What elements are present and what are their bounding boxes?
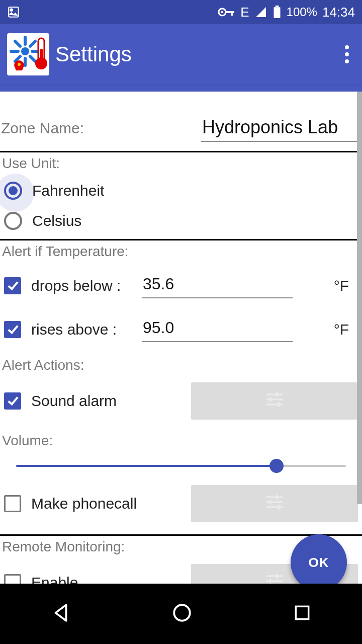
rises-above-input[interactable] — [142, 316, 293, 342]
zone-name-label: Zone Name: — [1, 120, 84, 137]
battery-icon — [273, 6, 282, 19]
unit-celsius-option[interactable]: Celsius — [1, 206, 361, 236]
svg-line-13 — [15, 41, 20, 46]
svg-rect-22 — [266, 398, 283, 400]
rises-above-label: rises above : — [31, 321, 137, 338]
svg-rect-5 — [231, 11, 233, 16]
volume-slider[interactable] — [16, 457, 346, 475]
unit-celsius-label: Celsius — [32, 212, 81, 229]
svg-rect-41 — [296, 606, 309, 619]
svg-rect-34 — [266, 580, 283, 582]
svg-rect-7 — [275, 6, 279, 7]
vpn-key-icon — [218, 6, 235, 18]
phonecall-checkbox[interactable] — [4, 495, 21, 512]
svg-rect-25 — [269, 397, 271, 402]
svg-line-15 — [30, 41, 35, 46]
svg-rect-36 — [276, 574, 278, 579]
phonecall-label: Make phonecall — [31, 495, 157, 512]
android-nav-bar — [0, 584, 362, 644]
alert-actions-label: Alert Actions: — [1, 355, 361, 377]
svg-point-1 — [11, 9, 13, 11]
svg-line-14 — [30, 56, 35, 61]
svg-rect-31 — [269, 500, 271, 505]
rises-above-row: rises above : °F — [1, 307, 361, 351]
slider-fill — [16, 465, 277, 467]
remote-enable-checkbox[interactable] — [4, 574, 21, 584]
svg-rect-38 — [278, 584, 280, 584]
svg-rect-28 — [266, 501, 283, 503]
signal-icon — [254, 6, 267, 18]
svg-rect-29 — [266, 506, 283, 508]
volume-label: Volume: — [1, 429, 361, 453]
tune-icon — [264, 571, 285, 584]
scrollbar[interactable] — [357, 92, 362, 504]
zone-name-row: Zone Name: — [0, 92, 362, 151]
unit-fahrenheit-label: Fahrenheit — [32, 182, 104, 199]
network-type-label: E — [240, 5, 249, 20]
rises-above-checkbox[interactable] — [4, 321, 21, 338]
recents-button[interactable] — [273, 593, 332, 634]
svg-rect-30 — [276, 495, 278, 500]
drops-below-unit: °F — [334, 277, 358, 294]
svg-point-20 — [18, 63, 21, 66]
page-title: Settings — [55, 42, 132, 66]
svg-rect-19 — [40, 49, 43, 62]
tune-icon — [264, 492, 285, 516]
drops-below-label: drops below : — [31, 277, 137, 294]
svg-point-3 — [221, 11, 223, 13]
alert-temp-label: Alert if Temperature: — [1, 242, 361, 264]
svg-point-40 — [174, 605, 190, 621]
unit-section: Use Unit: Fahrenheit Celsius — [0, 151, 362, 239]
phonecall-settings-button[interactable] — [191, 485, 358, 522]
svg-point-8 — [21, 47, 29, 55]
more-vert-icon — [345, 52, 349, 56]
settings-content: Zone Name: Use Unit: Fahrenheit Celsius … — [0, 92, 362, 584]
drops-below-row: drops below : °F — [1, 264, 361, 307]
overflow-menu-button[interactable] — [339, 46, 355, 62]
svg-rect-21 — [266, 393, 283, 395]
tune-icon — [264, 389, 285, 413]
svg-rect-24 — [276, 392, 278, 397]
remote-enable-label: Enable — [31, 574, 137, 584]
sound-alarm-settings-button[interactable] — [191, 382, 358, 420]
alert-temp-section: Alert if Temperature: drops below : °F r… — [0, 239, 362, 354]
unit-label: Use Unit: — [1, 153, 361, 176]
app-icon — [7, 33, 49, 75]
radio-checked-icon — [4, 182, 22, 200]
sound-alarm-label: Sound alarm — [31, 392, 137, 410]
svg-rect-32 — [278, 505, 280, 510]
unit-fahrenheit-option[interactable]: Fahrenheit — [1, 176, 361, 206]
slider-thumb — [269, 459, 284, 473]
sound-alarm-row: Sound alarm — [1, 377, 361, 429]
battery-percentage: 100% — [287, 5, 317, 19]
zone-name-input[interactable] — [201, 115, 357, 142]
back-button[interactable] — [30, 592, 92, 635]
drops-below-input[interactable] — [142, 273, 293, 298]
drops-below-checkbox[interactable] — [4, 277, 21, 294]
svg-rect-37 — [269, 579, 271, 584]
app-bar: Settings — [0, 24, 362, 85]
sound-alarm-checkbox[interactable] — [4, 392, 21, 410]
svg-rect-23 — [266, 404, 283, 405]
alert-actions-section: Alert Actions: Sound alarm Volume: Make … — [0, 354, 362, 534]
svg-rect-26 — [278, 402, 280, 407]
svg-rect-33 — [266, 575, 283, 577]
phonecall-row: Make phonecall — [1, 484, 361, 531]
rises-above-unit: °F — [334, 321, 358, 338]
radio-unchecked-icon — [4, 212, 22, 230]
status-bar: E 100% 14:34 — [0, 0, 362, 24]
app-bar-divider — [0, 85, 362, 92]
image-icon — [7, 6, 20, 19]
home-button[interactable] — [151, 592, 213, 635]
svg-rect-27 — [266, 496, 283, 498]
svg-rect-6 — [274, 7, 280, 18]
clock: 14:34 — [322, 5, 355, 20]
ok-fab-label: OK — [309, 555, 329, 571]
